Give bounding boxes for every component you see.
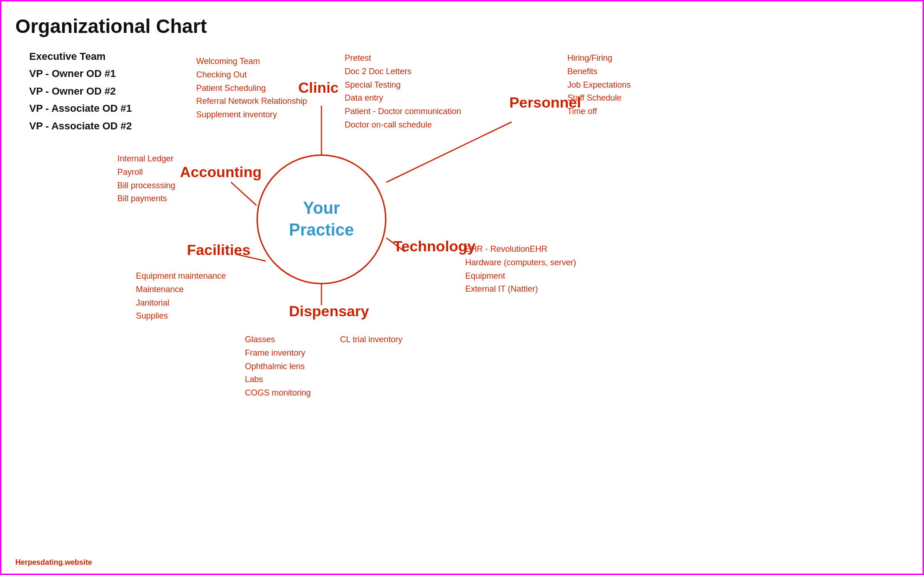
technology-sub-items: EHR - RevolutionEHR Hardware (computers,… (465, 243, 576, 296)
page-title: Organizational Chart (15, 15, 207, 38)
facilities-sub-items: Equipment maintenance Maintenance Janito… (136, 269, 226, 323)
center-circle: YourPractice (257, 154, 386, 284)
accounting-label: Accounting (180, 164, 262, 181)
center-circle-text: YourPractice (289, 198, 354, 241)
dispensary-sub-items-right: CL trial inventory (340, 333, 402, 346)
facilities-label: Facilities (187, 242, 250, 259)
accounting-sub-items: Internal Ledger Payroll Bill processsing… (117, 152, 175, 205)
svg-line-2 (231, 182, 257, 205)
clinic-sub-items: Welcoming Team Checking Out Patient Sche… (196, 55, 307, 121)
personnel-sub-items: Hiring/Firing Benefits Job Expectations … (567, 51, 631, 118)
dispensary-label: Dispensary (289, 303, 369, 320)
dispensary-sub-items-left: Glasses Frame inventory Ophthalmic lens … (245, 333, 311, 400)
watermark: Herpesdating.website (15, 558, 92, 567)
technology-label: Technology (393, 238, 475, 255)
clinic-detail-items: Pretest Doc 2 Doc Letters Special Testin… (345, 51, 461, 132)
executive-team: Executive Team VP - Owner OD #1 VP - Own… (29, 48, 132, 134)
